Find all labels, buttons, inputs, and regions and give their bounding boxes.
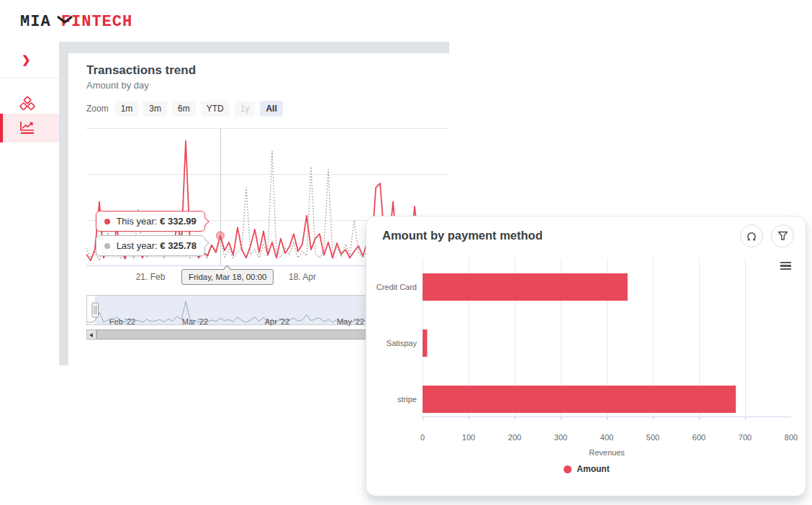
tooltip-this-year: This year: € 332.99 xyxy=(96,211,205,232)
range-button-all[interactable]: All xyxy=(260,101,282,117)
header: MIA FINTECH xyxy=(0,0,812,42)
hover-marker xyxy=(217,232,225,240)
tooltip-last-year: Last year: € 325.78 xyxy=(96,235,205,256)
bar-category-label: Credit Card xyxy=(371,283,417,291)
x-axis-tick-label: 500 xyxy=(646,433,659,442)
date-label-arrow xyxy=(224,265,231,273)
range-selector-label: Zoom xyxy=(86,104,109,114)
scrollbar-left-arrow-button[interactable] xyxy=(86,329,96,340)
tooltip-last-year-label: Last year: xyxy=(117,240,158,251)
series-marker-icon xyxy=(104,243,110,249)
sidebar: ❯ xyxy=(0,42,59,505)
filter-icon xyxy=(777,231,788,241)
x-axis-tick-label: 300 xyxy=(554,433,567,442)
sidebar-expand-chevron-icon[interactable]: ❯ xyxy=(22,53,31,66)
range-button-ytd[interactable]: YTD xyxy=(201,101,230,117)
refresh-icon xyxy=(746,231,757,242)
bar-category-label: stripe xyxy=(371,395,417,404)
bar-credit-card[interactable] xyxy=(423,273,628,301)
series-marker-icon xyxy=(104,219,110,224)
navigator-month-label: Mar '22 xyxy=(182,317,208,326)
bar-stripe[interactable] xyxy=(423,386,736,413)
range-button-1y: 1y xyxy=(235,101,256,117)
sidebar-item-transactions-trend[interactable] xyxy=(0,114,59,142)
tooltip-this-year-label: This year: xyxy=(116,216,157,227)
navigator-month-label: Feb '22 xyxy=(109,317,135,326)
bar-category-label: Satispay xyxy=(371,339,417,347)
legend-marker-icon xyxy=(564,465,572,473)
bar-satispay[interactable] xyxy=(423,329,427,357)
navigator-month-label: Apr '22 xyxy=(265,317,290,326)
navigator-month-label: May '22 xyxy=(337,317,364,326)
page-subtitle: Amount by day xyxy=(86,80,149,91)
x-axis-tick-label: 600 xyxy=(693,433,705,442)
x-axis-tick-label: 200 xyxy=(508,433,521,442)
range-button-3m[interactable]: 3m xyxy=(143,101,167,117)
x-axis-tick-label: 400 xyxy=(600,433,613,442)
x-axis-tick-label: 700 xyxy=(739,433,752,442)
left-arrow-icon xyxy=(89,333,93,337)
x-axis-tick-label: 0 xyxy=(420,433,425,442)
dashboard: MIA FINTECH ❯ xyxy=(0,0,812,505)
crosshair-date-label: Friday, Mar 18, 00:00 xyxy=(181,269,274,285)
x-axis-tick-label: 800 xyxy=(785,433,798,442)
content-background-gutter xyxy=(59,42,68,365)
payment-method-panel: Amount by payment method Credit CardSati… xyxy=(366,216,806,496)
bar-chart-svg[interactable] xyxy=(423,258,791,421)
x-axis-tick-label: 100 xyxy=(462,433,475,442)
legend-item-amount[interactable]: Amount xyxy=(366,464,807,474)
app-logo[interactable]: MIA FINTECH xyxy=(20,13,132,31)
sidebar-divider xyxy=(0,78,59,78)
trend-chart-icon xyxy=(19,121,36,135)
logo-text-mia: MIA xyxy=(20,13,51,31)
tooltip-this-year-value: € 332.99 xyxy=(160,216,197,227)
content-background-band xyxy=(59,42,449,53)
navigator-left-handle[interactable] xyxy=(92,303,99,317)
filter-button[interactable] xyxy=(771,224,794,247)
x-axis-title: Revenues xyxy=(589,448,625,457)
logo-chevron-down-icon xyxy=(56,14,73,24)
range-selector: Zoom 1m 3m 6m YTD 1y All xyxy=(86,101,283,117)
x-axis-tick-label: 18. Apr xyxy=(289,272,316,282)
x-axis-tick-label: 21. Feb xyxy=(136,272,166,282)
panel-title: Amount by payment method xyxy=(382,229,543,242)
legend-label: Amount xyxy=(577,464,609,474)
range-button-1m[interactable]: 1m xyxy=(115,101,139,117)
page-title: Transactions trend xyxy=(86,63,196,78)
sidebar-active-indicator xyxy=(0,114,3,142)
refresh-button[interactable] xyxy=(740,224,763,247)
range-button-6m[interactable]: 6m xyxy=(172,101,196,117)
cubes-icon xyxy=(19,96,36,112)
tooltip-last-year-value: € 325.78 xyxy=(160,240,197,251)
